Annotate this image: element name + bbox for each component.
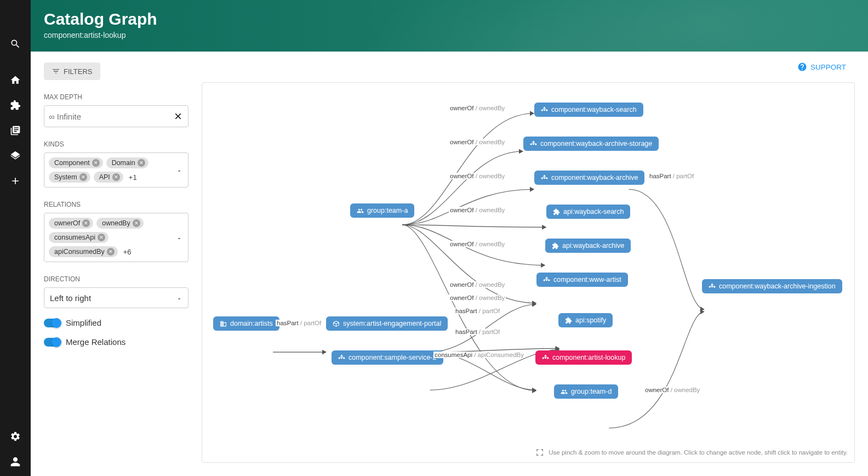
component-icon — [541, 174, 548, 182]
edge-label-e7: ownerOf / ownedBy — [449, 294, 506, 301]
node-system_aep[interactable]: system:artist-engagement-portal — [326, 316, 448, 331]
domain-icon — [220, 320, 227, 327]
edge-label-e8: hasPart / partOf — [454, 308, 501, 314]
simplified-toggle[interactable] — [44, 319, 60, 327]
node-wb_archive_a[interactable]: api:wayback-archive — [545, 239, 631, 253]
kinds-field[interactable]: Component✕Domain✕System✕API✕+1 — [44, 152, 189, 188]
edge-label-e4: ownerOf / ownedBy — [449, 207, 506, 213]
edge-label-e6: ownerOf / ownedBy — [449, 281, 506, 288]
chip-api[interactable]: API✕ — [94, 172, 123, 183]
filter-sidebar: Filters Max Depth Kinds Component✕Domain… — [31, 52, 202, 476]
rail-home[interactable] — [4, 69, 26, 91]
edge-label-e5: ownerOf / ownedBy — [449, 241, 506, 247]
filter-icon — [52, 67, 60, 76]
node-team_a[interactable]: group:team-a — [350, 203, 414, 218]
relations-label: Relations — [44, 201, 189, 208]
simplified-label: Simplified — [66, 318, 101, 327]
book-icon — [10, 125, 21, 136]
logo-icon[interactable] — [9, 7, 22, 20]
plus-icon — [10, 175, 21, 186]
graph-canvas[interactable]: group:team-acomponent:wayback-searchcomp… — [202, 82, 855, 463]
direction-value: Left to right — [50, 293, 91, 303]
edge-label-e11: consumesApi / apiConsumedBy — [433, 352, 525, 358]
chevron-down-icon — [176, 168, 182, 174]
rail-plugins[interactable] — [4, 94, 26, 116]
component-icon — [541, 106, 548, 114]
rail-search[interactable] — [4, 33, 26, 55]
max-depth-clear[interactable] — [173, 111, 184, 122]
chevron-down-icon — [176, 296, 182, 302]
chip-more[interactable]: +6 — [121, 248, 132, 256]
edge-label-e9: hasPart / partOf — [454, 328, 501, 335]
chip-remove[interactable]: ✕ — [112, 173, 120, 181]
chip-component[interactable]: Component✕ — [49, 157, 103, 168]
chip-remove[interactable]: ✕ — [98, 234, 105, 241]
node-www_artist[interactable]: component:www-artist — [536, 273, 628, 287]
rail-settings[interactable] — [4, 426, 26, 447]
api-icon — [565, 317, 572, 324]
chip-consumesapi[interactable]: consumesApi✕ — [49, 232, 108, 243]
edge-label-e2: ownerOf / ownedBy — [449, 139, 506, 145]
rail-create[interactable] — [4, 170, 26, 192]
chip-remove[interactable]: ✕ — [138, 159, 145, 167]
edge-label-e1: ownerOf / ownedBy — [449, 105, 506, 111]
max-depth-input[interactable] — [49, 112, 173, 121]
chip-ownedby[interactable]: ownedBy✕ — [96, 218, 143, 229]
chip-remove[interactable]: ✕ — [79, 173, 87, 181]
node-wb_storage[interactable]: component:wayback-archive-storage — [523, 137, 659, 151]
edge-label-e3: ownerOf / ownedBy — [449, 173, 506, 179]
max-depth-label: Max Depth — [44, 93, 189, 101]
chip-remove[interactable]: ✕ — [133, 219, 140, 227]
edge-label-e13: ownerOf / ownedBy — [644, 387, 701, 393]
puzzle-icon — [10, 100, 21, 111]
direction-select[interactable]: Left to right — [44, 287, 189, 308]
component-icon — [543, 276, 550, 284]
node-spotify[interactable]: api:spotify — [558, 313, 613, 327]
relations-field[interactable]: ownerOf✕ownedBy✕consumesApi✕apiConsumedB… — [44, 213, 189, 262]
relations-expand[interactable] — [176, 234, 182, 241]
user-icon — [10, 456, 21, 467]
node-sample_svc[interactable]: component:sample-service-2 — [332, 350, 443, 365]
chip-remove[interactable]: ✕ — [92, 159, 100, 167]
merge-label: Merge Relations — [66, 337, 125, 347]
group-icon — [357, 207, 364, 214]
rail-profile[interactable] — [4, 451, 26, 473]
component-icon — [709, 283, 716, 290]
filters-button-label: Filters — [64, 67, 93, 76]
node-wb_search_c[interactable]: component:wayback-search — [534, 103, 643, 117]
filters-button[interactable]: Filters — [44, 63, 100, 80]
left-rail — [0, 0, 31, 476]
api-icon — [552, 242, 559, 250]
node-artist_lookup[interactable]: component:artist-lookup — [535, 350, 632, 365]
kinds-expand[interactable] — [176, 167, 182, 173]
node-wb_ingestion[interactable]: component:wayback-archive-ingestion — [702, 279, 842, 293]
chip-system[interactable]: System✕ — [49, 172, 90, 183]
edge-label-e12: hasPart / partOf — [648, 173, 695, 179]
node-domain_artists[interactable]: domain:artists — [213, 316, 279, 331]
rail-layers[interactable] — [4, 145, 26, 167]
node-wb_archive_c[interactable]: component:wayback-archive — [534, 171, 644, 185]
chip-remove[interactable]: ✕ — [82, 219, 90, 227]
merge-toggle[interactable] — [44, 338, 60, 347]
canvas-hint-text: Use pinch & zoom to move around the diag… — [549, 449, 848, 456]
expand-icon — [535, 448, 544, 457]
close-icon — [173, 111, 183, 121]
api-icon — [553, 208, 560, 216]
chip-domain[interactable]: Domain✕ — [106, 157, 149, 168]
chip-remove[interactable]: ✕ — [107, 248, 115, 256]
node-team_d[interactable]: group:team-d — [554, 384, 618, 399]
node-wb_search_a[interactable]: api:wayback-search — [546, 205, 630, 219]
chip-ownerof[interactable]: ownerOf✕ — [49, 218, 93, 229]
canvas-hint: Use pinch & zoom to move around the diag… — [535, 448, 848, 457]
rail-docs[interactable] — [4, 120, 26, 141]
group-icon — [561, 388, 568, 395]
chip-apiconsumedby[interactable]: apiConsumedBy✕ — [49, 246, 118, 257]
page-title: Catalog Graph — [44, 10, 855, 29]
component-icon — [530, 140, 537, 148]
support-button[interactable]: Support — [797, 62, 846, 72]
edge-label-e10: hasPart / partOf — [276, 320, 322, 326]
layers-icon — [10, 150, 21, 161]
chip-more[interactable]: +1 — [127, 173, 137, 182]
max-depth-field[interactable] — [44, 105, 189, 127]
gear-icon — [10, 431, 21, 442]
